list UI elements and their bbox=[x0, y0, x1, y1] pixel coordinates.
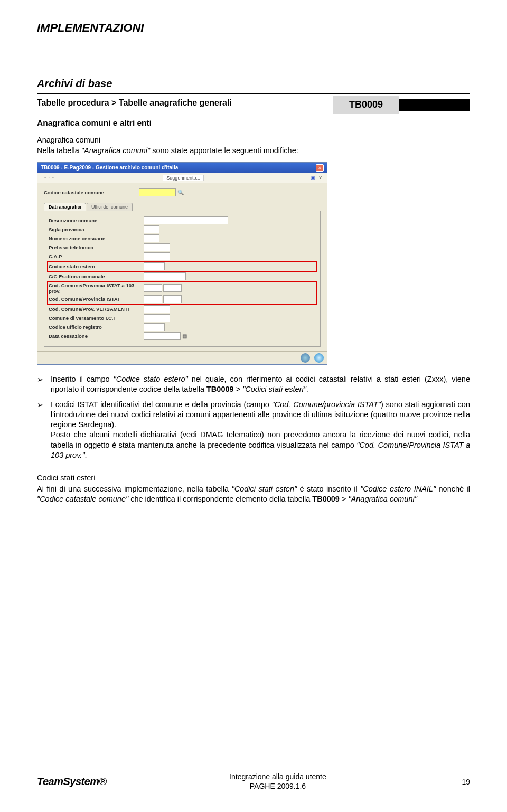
footer-line1: Integrazione alla guida utente bbox=[107, 772, 449, 782]
input-esattoria[interactable] bbox=[144, 272, 186, 280]
toolbar-right-icons: ▣ ? bbox=[311, 175, 324, 181]
label-stato-estero: Codice stato estero bbox=[49, 263, 144, 269]
b1-q1: "Codice stato estero" bbox=[114, 375, 188, 383]
footer-rule bbox=[37, 769, 470, 769]
screenshot-toolbar: ▫▫▫▫ Suggerimento... ▣ ? bbox=[37, 173, 327, 183]
search-icon[interactable]: 🔍 bbox=[177, 190, 184, 195]
input-zone[interactable] bbox=[144, 234, 159, 242]
label-prefisso: Prefisso telefonico bbox=[49, 244, 144, 250]
label-versamenti: Cod. Comune/Prov. VERSAMENTI bbox=[49, 306, 144, 312]
tab-panel: Descrizione comune Sigla provincia Numer… bbox=[44, 211, 321, 347]
screenshot-window: TB0009 - E-Pag2009 - Gestione archivio c… bbox=[37, 162, 327, 365]
input-versamenti[interactable] bbox=[144, 305, 170, 313]
divider-rule bbox=[37, 468, 470, 468]
b1-t3: > bbox=[234, 385, 243, 393]
p2-t1: Ai fini di una successiva implementazion… bbox=[37, 485, 232, 493]
bullet-arrow-icon: ➢ bbox=[37, 374, 51, 394]
b1-t1: Inserito il campo bbox=[51, 375, 114, 383]
p2-t4: che identifica il corrispondente element… bbox=[128, 495, 312, 503]
subsection-title: Anagrafica comuni e altri enti bbox=[37, 118, 470, 128]
p2-t5: > bbox=[340, 495, 349, 503]
window-title: TB0009 - E-Pag2009 - Gestione archivio c… bbox=[41, 165, 178, 171]
intro-line: Nella tabella "Anagrafica comuni" sono s… bbox=[37, 146, 470, 156]
b2-q1: "Cod. Comune/provincia ISTAT" bbox=[272, 400, 381, 409]
b1-b1: TB0009 bbox=[206, 385, 234, 393]
field-input-catastale[interactable] bbox=[139, 188, 176, 196]
p2-q1: "Codici stati esteri" bbox=[232, 485, 297, 493]
p2-t3: nonché il bbox=[436, 485, 470, 493]
tab-uffici[interactable]: Uffici del comune bbox=[87, 203, 133, 211]
code-badge: TB0009 bbox=[333, 96, 399, 114]
label-zone: Numero zone censuarie bbox=[49, 235, 144, 241]
calendar-icon[interactable]: ▦ bbox=[182, 333, 187, 339]
footer-line2: PAGHE 2009.1.6 bbox=[107, 782, 449, 791]
screenshot-titlebar: TB0009 - E-Pag2009 - Gestione archivio c… bbox=[37, 163, 327, 173]
bullet-arrow-icon: ➢ bbox=[37, 400, 51, 460]
toolbar-hint: Suggerimento... bbox=[163, 175, 204, 181]
screenshot-tabs: Dati anagrafici Uffici del comune bbox=[44, 203, 321, 211]
label-ufficio-reg: Codice ufficio registro bbox=[49, 324, 144, 330]
input-prefisso[interactable] bbox=[144, 243, 170, 251]
input-istat103-b[interactable] bbox=[163, 284, 182, 292]
input-istat-b[interactable] bbox=[163, 295, 182, 303]
page-footer: TeamSystem® Integrazione alla guida uten… bbox=[37, 769, 470, 791]
title-rule bbox=[37, 56, 470, 56]
b1-t4: . bbox=[306, 385, 308, 393]
label-cap: C.A.P bbox=[49, 253, 144, 259]
code-badge-bar bbox=[399, 99, 470, 111]
p2-b1: TB0009 bbox=[312, 495, 340, 503]
p2-q2: "Codice estero INAIL" bbox=[360, 485, 436, 493]
label-desc: Descrizione comune bbox=[49, 218, 144, 223]
input-ufficio-reg[interactable] bbox=[144, 323, 165, 331]
b1-q2: "Codici stati esteri" bbox=[242, 385, 306, 393]
label-comune-vers: Comune di versamento I.C.I bbox=[49, 315, 144, 321]
label-esattoria: C/C Esattoria comunale bbox=[49, 273, 144, 279]
input-comune-vers[interactable] bbox=[144, 314, 170, 322]
breadcrumb: Tabelle procedura > Tabelle anagrafiche … bbox=[37, 96, 328, 114]
status-bar bbox=[37, 351, 327, 364]
highlight-box-1: Codice stato estero bbox=[47, 261, 317, 272]
input-desc[interactable] bbox=[144, 216, 228, 224]
field-label-catastale: Codice catastale comune bbox=[44, 190, 139, 195]
label-istat: Cod. Comune/Provincia ISTAT bbox=[49, 296, 144, 302]
section-rule bbox=[37, 93, 470, 94]
input-stato-estero[interactable] bbox=[144, 262, 165, 270]
intro-suffix: sono state apportate le seguenti modific… bbox=[150, 146, 298, 155]
logo: TeamSystem® bbox=[37, 776, 107, 788]
block2-paragraph: Ai fini di una successiva implementazion… bbox=[37, 484, 470, 504]
page-number: 19 bbox=[449, 778, 470, 786]
input-cap[interactable] bbox=[144, 252, 170, 260]
tab-dati-anagrafici[interactable]: Dati anagrafici bbox=[44, 203, 86, 211]
highlight-box-2: Cod. Comune/Provincia ISTAT a 103 prov. … bbox=[47, 281, 317, 305]
block2-heading: Codici stati esteri bbox=[37, 474, 470, 482]
block-heading: Anagrafica comuni bbox=[37, 136, 470, 144]
status-icon-1[interactable] bbox=[301, 353, 310, 363]
toolbar-icons: ▫▫▫▫ bbox=[41, 175, 56, 181]
subsection-rule bbox=[37, 130, 470, 130]
close-icon[interactable]: × bbox=[316, 164, 324, 172]
p2-t2: è stato inserito il bbox=[297, 485, 360, 493]
intro-quoted: "Anagrafica comuni" bbox=[81, 146, 150, 155]
b2-t1: I codici ISTAT identificativi del comune… bbox=[51, 400, 272, 409]
page-title: IMPLEMENTAZIONI bbox=[37, 21, 470, 35]
p2-q4: "Anagrafica comuni" bbox=[348, 495, 417, 503]
section-title: Archivi di base bbox=[37, 78, 470, 90]
input-data-cess[interactable] bbox=[144, 332, 181, 340]
input-sigla[interactable] bbox=[144, 225, 159, 233]
status-icon-2[interactable] bbox=[314, 353, 324, 363]
input-istat-a[interactable] bbox=[144, 295, 162, 303]
label-sigla: Sigla provincia bbox=[49, 226, 144, 232]
label-istat103: Cod. Comune/Provincia ISTAT a 103 prov. bbox=[49, 282, 144, 294]
intro-prefix: Nella tabella bbox=[37, 146, 81, 155]
bullet-item-1: ➢ Inserito il campo "Codice stato estero… bbox=[37, 374, 470, 394]
bullet-item-2: ➢ I codici ISTAT identificativi del comu… bbox=[37, 400, 470, 460]
p2-q3: "Codice catastale comune" bbox=[37, 495, 128, 503]
label-data-cess: Data cessazione bbox=[49, 333, 144, 339]
b2-p3: . bbox=[85, 451, 87, 459]
footer-center: Integrazione alla guida utente PAGHE 200… bbox=[107, 772, 449, 791]
input-istat103-a[interactable] bbox=[144, 284, 162, 292]
